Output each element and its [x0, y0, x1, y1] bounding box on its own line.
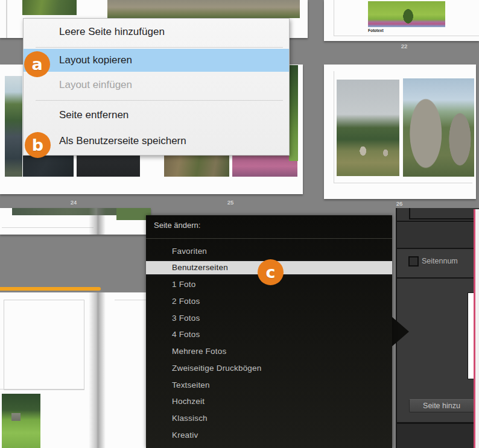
page-margin-line	[2, 227, 94, 228]
page-number-25: 25	[223, 199, 238, 206]
photo-menhirs	[403, 78, 474, 177]
menu-item-mehrere-fotos[interactable]: Mehrere Fotos	[146, 343, 392, 360]
callout-badge-b: b	[25, 132, 51, 158]
photo-stone-wall	[107, 0, 300, 18]
page-margin-line	[115, 300, 151, 300]
panel-divider	[397, 221, 479, 222]
callout-badge-a: a	[24, 51, 50, 77]
menu-item-hochzeit[interactable]: Hochzeit	[146, 393, 392, 410]
page-number-24: 24	[66, 199, 81, 206]
page-spread-26[interactable]	[324, 65, 476, 199]
photo-foliage	[22, 0, 77, 15]
page-gutter	[89, 208, 106, 235]
page-number-22: 22	[397, 43, 411, 49]
photo-field-house	[2, 394, 40, 448]
add-page-button[interactable]: Seite hinzu	[409, 399, 474, 412]
panel-footer	[397, 424, 479, 448]
book-module-canvas: Fototext 22 24 25 26	[0, 0, 479, 448]
page-context-menu: Leere Seite hinzufügen Layout kopieren L…	[23, 18, 290, 156]
context-item-leere-seite[interactable]: Leere Seite hinzufügen	[24, 19, 289, 45]
photo-cell-outline	[4, 300, 84, 390]
page-number-26: 26	[392, 200, 407, 207]
page-numbers-section: Seitennum	[397, 249, 479, 277]
page-margin-line	[334, 0, 334, 36]
page-margin-line	[0, 389, 84, 390]
page-margin-line	[334, 183, 472, 183]
menu-separator	[146, 238, 392, 239]
menu-item-2-fotos[interactable]: 2 Fotos	[146, 293, 392, 310]
context-item-seite-entfernen[interactable]: Seite entfernen	[24, 102, 289, 128]
page-numbers-checkbox[interactable]	[408, 256, 419, 267]
panel-box-edge	[409, 208, 410, 219]
page-gutter	[89, 292, 106, 448]
menu-item-textseiten[interactable]: Textseiten	[146, 377, 392, 394]
menu-item-kreativ[interactable]: Kreativ	[146, 427, 392, 444]
menu-item-favoriten[interactable]: Favoriten	[146, 243, 392, 260]
photo-lake-trees	[5, 76, 22, 177]
context-item-layout-kopieren[interactable]: Layout kopieren	[24, 49, 289, 72]
change-page-menu: Seite ändern: Favoriten Benutzerseiten 1…	[146, 215, 392, 448]
pink-guide-line	[474, 209, 475, 448]
flyout-pointer-arrow	[391, 316, 409, 347]
page-numbers-checkbox-label: Seitennum	[422, 257, 458, 265]
menu-item-4-fotos[interactable]: 4 Fotos	[146, 326, 392, 343]
photo-green-strip	[289, 65, 298, 161]
menu-item-klassisch[interactable]: Klassisch	[146, 410, 392, 427]
selected-spread-indicator	[0, 287, 101, 291]
context-item-layout-einfuegen[interactable]: Layout einfügen	[24, 72, 289, 98]
panel-box-edge	[409, 218, 479, 219]
change-page-menu-title: Seite ändern:	[154, 221, 200, 230]
page-spread-partial-bottom-edge[interactable]	[0, 208, 151, 235]
page-gutter-line	[6, 0, 7, 38]
panel-gap	[397, 222, 479, 248]
menu-item-3-fotos[interactable]: 3 Fotos	[146, 310, 392, 327]
page-margin-line	[334, 36, 479, 36]
menu-item-zweiseitige-druckboegen[interactable]: Zweiseitige Druckbögen	[146, 360, 392, 377]
context-item-als-benutzerseite-speichern[interactable]: Als Benutzerseite speichern	[24, 128, 289, 154]
panel-edge-strip	[475, 209, 479, 448]
callout-badge-c: c	[258, 259, 284, 285]
photo-standing-stones-field	[337, 80, 399, 176]
photo-meadow-tree	[368, 1, 445, 27]
page-margin-line	[334, 71, 334, 183]
photo-caption: Fototext	[368, 28, 384, 33]
page-spread-22[interactable]: Fototext	[324, 0, 479, 41]
page-spread-bottom-left[interactable]	[0, 292, 151, 448]
